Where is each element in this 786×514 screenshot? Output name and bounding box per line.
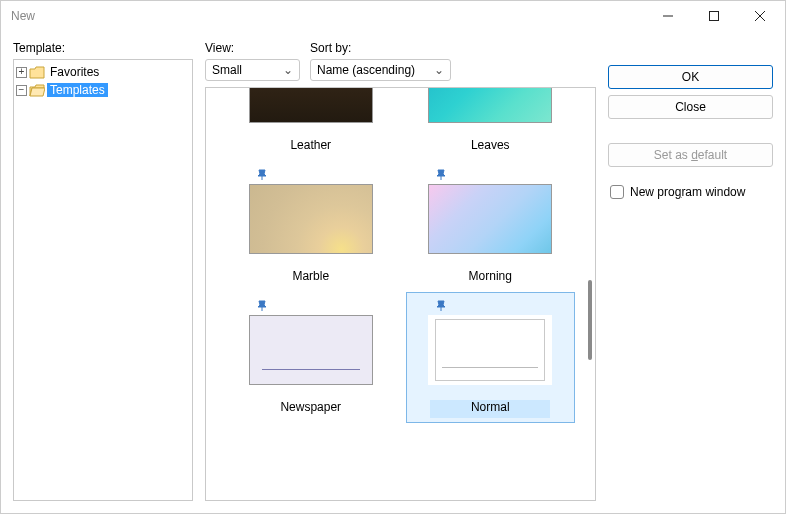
- new-program-window-checkbox[interactable]: [610, 185, 624, 199]
- controls-row: View: Small ⌄ Sort by: Name (ascending) …: [205, 41, 596, 81]
- view-select-value: Small: [212, 63, 242, 77]
- sort-select[interactable]: Name (ascending) ⌄: [310, 59, 451, 81]
- spacer: [608, 41, 773, 59]
- template-caption: Leather: [290, 138, 331, 156]
- minimize-icon: [663, 11, 673, 21]
- template-grid: LeatherLeavesMarbleMorningNewspaperNorma…: [206, 88, 595, 423]
- tree-label-templates: Templates: [47, 83, 108, 97]
- template-thumbnail: [249, 88, 373, 123]
- right-column: OK Close Set as default New program wind…: [608, 41, 773, 501]
- template-item-marble[interactable]: Marble: [226, 161, 396, 292]
- template-column: Template: + Favorites − Templates: [13, 41, 193, 501]
- template-thumbnail: [249, 315, 373, 385]
- sort-select-value: Name (ascending): [317, 63, 415, 77]
- template-thumbnail: [428, 315, 552, 385]
- template-item-morning[interactable]: Morning: [406, 161, 576, 292]
- folder-open-icon: [29, 84, 45, 97]
- titlebar: New: [1, 1, 785, 31]
- template-list[interactable]: LeatherLeavesMarbleMorningNewspaperNorma…: [205, 87, 596, 501]
- template-thumbnail: [428, 184, 552, 254]
- ok-button[interactable]: OK: [608, 65, 773, 89]
- pin-row: [425, 297, 555, 315]
- sort-label: Sort by:: [310, 41, 451, 55]
- close-button[interactable]: Close: [608, 95, 773, 119]
- thumbnail-image: [435, 319, 545, 381]
- close-window-button[interactable]: [737, 1, 783, 31]
- sort-column: Sort by: Name (ascending) ⌄: [310, 41, 451, 81]
- template-thumbnail: [249, 184, 373, 254]
- collapse-icon[interactable]: −: [16, 85, 27, 96]
- template-caption: Newspaper: [280, 400, 341, 418]
- template-list-viewport: LeatherLeavesMarbleMorningNewspaperNorma…: [206, 88, 595, 500]
- thumbnail-image: [250, 88, 372, 122]
- pin-icon: [435, 300, 447, 312]
- dialog-new: New Template: + Favorites −: [0, 0, 786, 514]
- pin-row: [246, 297, 376, 315]
- scrollbar[interactable]: [578, 90, 593, 498]
- window-title: New: [11, 9, 645, 23]
- tree-item-templates[interactable]: − Templates: [16, 81, 190, 99]
- view-select[interactable]: Small ⌄: [205, 59, 300, 81]
- close-button-label: Close: [675, 100, 706, 114]
- thumbnail-image: [250, 185, 372, 253]
- template-item-newspaper[interactable]: Newspaper: [226, 292, 396, 423]
- new-program-window-row[interactable]: New program window: [608, 185, 773, 199]
- pin-row: [246, 166, 376, 184]
- template-caption: Marble: [292, 269, 329, 287]
- template-thumbnail: [428, 88, 552, 123]
- template-caption: Morning: [469, 269, 512, 287]
- template-caption: Normal: [430, 400, 550, 418]
- close-icon: [755, 11, 765, 21]
- window-controls: [645, 1, 783, 31]
- view-label: View:: [205, 41, 300, 55]
- minimize-button[interactable]: [645, 1, 691, 31]
- tree-item-favorites[interactable]: + Favorites: [16, 63, 190, 81]
- template-label: Template:: [13, 41, 193, 55]
- template-caption: Leaves: [471, 138, 510, 156]
- maximize-icon: [709, 11, 719, 21]
- ok-button-label: OK: [682, 70, 699, 84]
- pin-icon: [435, 169, 447, 181]
- template-item-normal[interactable]: Normal: [406, 292, 576, 423]
- thumbnail-image: [429, 185, 551, 253]
- template-item-leather[interactable]: Leather: [226, 88, 396, 161]
- maximize-button[interactable]: [691, 1, 737, 31]
- thumbnail-image: [429, 88, 551, 122]
- main-column: View: Small ⌄ Sort by: Name (ascending) …: [205, 41, 596, 501]
- pin-icon: [256, 300, 268, 312]
- content-area: Template: + Favorites − Templates View:: [1, 31, 785, 513]
- template-item-leaves[interactable]: Leaves: [406, 88, 576, 161]
- chevron-down-icon: ⌄: [283, 63, 293, 77]
- chevron-down-icon: ⌄: [434, 63, 444, 77]
- svg-rect-1: [710, 12, 719, 21]
- expand-icon[interactable]: +: [16, 67, 27, 78]
- scrollbar-thumb[interactable]: [588, 280, 592, 360]
- folder-icon: [29, 66, 45, 79]
- view-column: View: Small ⌄: [205, 41, 300, 81]
- new-program-window-label: New program window: [630, 185, 745, 199]
- template-tree[interactable]: + Favorites − Templates: [13, 59, 193, 501]
- pin-row: [425, 166, 555, 184]
- spacer: [608, 125, 773, 137]
- tree-label-favorites: Favorites: [47, 65, 102, 79]
- set-default-label: Set as default: [654, 148, 727, 162]
- thumbnail-image: [250, 316, 372, 384]
- pin-icon: [256, 169, 268, 181]
- set-default-button: Set as default: [608, 143, 773, 167]
